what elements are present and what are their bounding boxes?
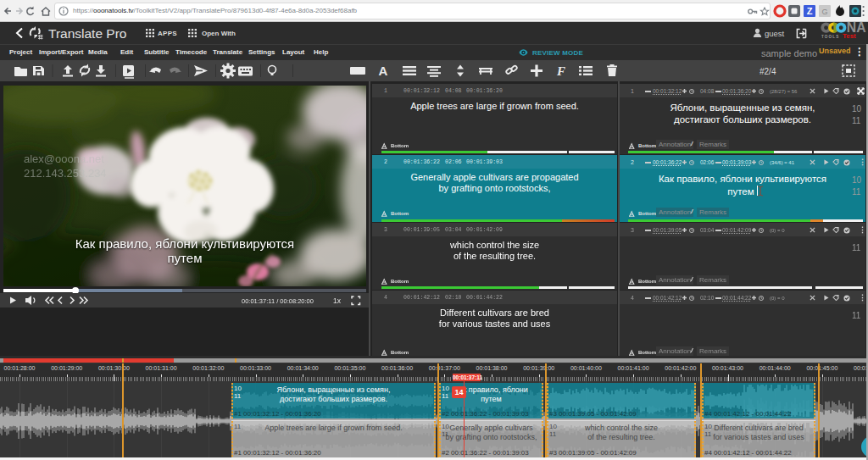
svg-text:Z: Z [807,6,813,16]
svg-text:Test: Test [843,32,856,39]
svg-text:1x: 1x [333,297,342,305]
svg-text:F: F [556,64,565,78]
svg-text:G: G [821,8,827,16]
svg-text:TOOLS: TOOLS [821,35,840,39]
svg-text:A: A [379,64,388,78]
svg-text:#2/4: #2/4 [760,67,776,76]
svg-text:00:01:37:11 / 00:08:20:00: 00:01:37:11 / 00:08:20:00 [242,297,314,305]
